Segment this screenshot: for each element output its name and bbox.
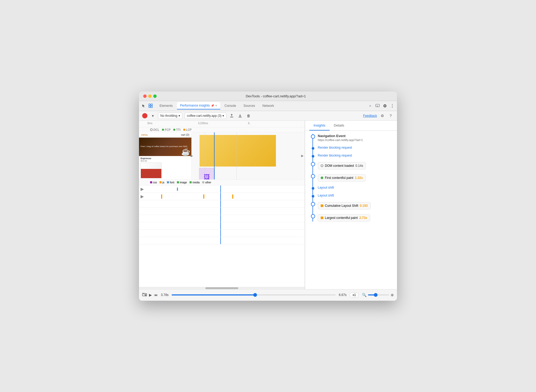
dashed-line-2 [236, 132, 237, 179]
expand-right-icon[interactable]: ▶ [301, 154, 304, 158]
cursor-overlay-1 [220, 185, 221, 193]
network-row-1: ▶ [139, 185, 305, 193]
url-chevron-icon: ▾ [222, 114, 224, 118]
close-tab-icon[interactable]: ✕ [215, 104, 217, 107]
render-blocking-link-1[interactable]: Render blocking request [318, 146, 393, 149]
cursor-icon[interactable] [141, 103, 146, 108]
cursor-overlay-7 [220, 230, 221, 237]
svg-rect-0 [149, 104, 150, 105]
inspect-icon[interactable] [148, 103, 153, 108]
menu-icon[interactable]: ⋮ [390, 103, 395, 108]
network-bar-area-5 [145, 215, 305, 222]
render-blocking-link-2[interactable]: Render blocking request [318, 154, 393, 157]
zoom-in-icon[interactable]: ⊕ [391, 293, 394, 297]
horizontal-scrollbar[interactable] [139, 287, 305, 289]
minimize-button[interactable] [148, 94, 152, 98]
toolbar: ▾ No throttling ▾ coffee-cart.netlify.ap… [139, 111, 397, 121]
tti-icon [173, 129, 175, 131]
speed-button[interactable]: x1 [350, 292, 359, 298]
skip-to-start-icon[interactable]: ⏮ [154, 293, 158, 297]
js-color-icon [160, 181, 162, 183]
legend-other: other [202, 181, 211, 184]
tab-console[interactable]: Console [221, 102, 239, 109]
insight-item-render-blocking-2: Render blocking request [318, 154, 393, 157]
time-end: 6.67s [339, 293, 346, 297]
layout-shift-link-1[interactable]: Layout shift [318, 186, 393, 189]
navigation-subtitle: https://coffee-cart.netlify.app/?ad=1 [318, 138, 393, 142]
notifications-icon[interactable]: 1 [375, 103, 380, 108]
tab-details[interactable]: Details [330, 121, 349, 130]
close-button[interactable] [143, 94, 147, 98]
legend-image-label: image [180, 181, 187, 184]
expand-1-icon[interactable]: ▶ [139, 187, 145, 192]
help-icon[interactable]: ? [388, 113, 394, 119]
dashed-line-1 [205, 132, 205, 179]
more-tabs-icon[interactable]: » [368, 103, 373, 108]
tab-network[interactable]: Network [259, 102, 277, 109]
settings2-icon[interactable]: ⚙ [379, 113, 385, 119]
tab-performance[interactable]: Performance insights 📌 ✕ [177, 102, 220, 109]
lcp-badge-icon [321, 217, 323, 219]
cursor-overlay-6 [220, 222, 221, 229]
scrollbar-thumb[interactable] [205, 287, 239, 289]
throttling-dropdown[interactable]: No throttling ▾ [158, 113, 182, 119]
fcp-badge-icon [321, 177, 323, 179]
layout-shift-link-2[interactable]: Layout shift [318, 194, 393, 197]
css-color-icon [150, 181, 152, 183]
media-color-icon [190, 181, 192, 183]
insights-panel: Insights Details Navigation Event https:… [305, 121, 397, 289]
progress-thumb[interactable] [253, 293, 257, 297]
font-color-icon [167, 181, 169, 183]
maximize-button[interactable] [153, 94, 157, 98]
expand-2-icon[interactable]: ▶ [139, 194, 145, 199]
insight-item-layout-shift-2: Layout shift [318, 194, 393, 197]
page-preview: menu cart (0) Free 1 bag of coffee beans… [139, 132, 192, 179]
cursor-overlay-4 [220, 208, 221, 215]
tab-sources[interactable]: Sources [240, 102, 258, 109]
cursor-overlay-5 [220, 215, 221, 222]
yellow-bar-1 [161, 194, 162, 199]
url-dropdown[interactable]: coffee-cart.netlify.app (3) ▾ [185, 113, 227, 119]
network-bar-area-7 [145, 230, 305, 237]
record-button[interactable] [142, 113, 147, 118]
network-row-8 [139, 237, 305, 244]
progress-bar[interactable] [172, 294, 336, 295]
promo-text: Free 1 bag of coffee beans for purchase … [141, 145, 187, 148]
delete-icon[interactable]: 🗑 [245, 113, 252, 119]
svg-rect-8 [142, 293, 146, 296]
progress-fill [172, 294, 257, 295]
camera-off-icon[interactable] [142, 292, 147, 298]
legend-css-label: css [153, 181, 157, 184]
download-icon[interactable] [237, 113, 243, 119]
product-name-1: Espresso [141, 157, 190, 160]
timeline-cursor[interactable] [214, 132, 215, 179]
tab-insights[interactable]: Insights [309, 121, 330, 130]
traffic-lights [143, 94, 157, 98]
preview-hero: Free 1 bag of coffee beans for purchase … [139, 138, 191, 156]
play-icon[interactable]: ▶ [149, 293, 152, 297]
insight-node-ls2 [312, 195, 314, 198]
zoom-slider[interactable] [368, 294, 389, 295]
tab-elements[interactable]: Elements [156, 102, 176, 109]
tab-icons [141, 103, 153, 108]
lcp-icon [183, 129, 185, 131]
network-bar-area-6 [145, 222, 305, 229]
zoom-out-icon[interactable]: 🔍 [362, 293, 366, 297]
insight-item-fcp: First contentful paint 1.32s [318, 174, 393, 182]
coffee-cup-icon: ☕ [181, 147, 190, 156]
zoom-thumb[interactable] [374, 293, 378, 297]
lcp-marker: LCP [183, 128, 192, 131]
tti-marker: TTI [173, 128, 181, 131]
settings-icon[interactable]: ⚙ [382, 103, 388, 108]
upload-icon[interactable] [229, 113, 235, 119]
speed-label: x1 [353, 293, 356, 297]
pin-icon: 📌 [211, 104, 214, 107]
dropdown-arrow[interactable]: ▾ [150, 113, 156, 119]
fcp-label: FCP [165, 128, 171, 131]
expand-left-icon[interactable]: ▶ [191, 154, 193, 158]
network-bar-area-2 [145, 193, 305, 200]
insights-tab-bar: Insights Details [305, 121, 397, 131]
feedback-link[interactable]: Feedback [363, 114, 377, 118]
insight-item-render-blocking-1: Render blocking request [318, 146, 393, 149]
url-label: coffee-cart.netlify.app (3) [187, 114, 222, 118]
